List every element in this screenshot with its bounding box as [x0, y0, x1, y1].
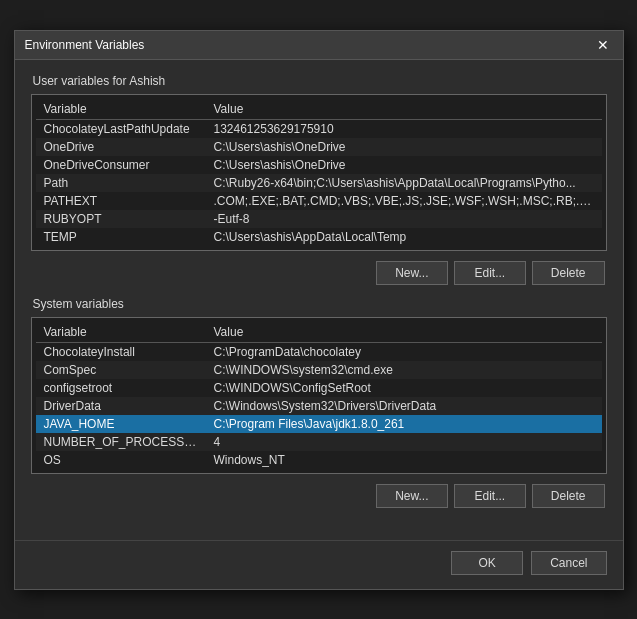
cancel-button[interactable]: Cancel	[531, 551, 606, 575]
val-cell: C:\Users\ashis\OneDrive	[206, 156, 602, 174]
val-cell: C:\Users\ashis\OneDrive	[206, 138, 602, 156]
table-row[interactable]: NUMBER_OF_PROCESSORS4	[36, 433, 602, 451]
var-cell: ComSpec	[36, 361, 206, 379]
table-row[interactable]: PATHEXT.COM;.EXE;.BAT;.CMD;.VBS;.VBE;.JS…	[36, 192, 602, 210]
system-variables-table: Variable Value ChocolateyInstallC:\Progr…	[36, 322, 602, 469]
user-edit-button[interactable]: Edit...	[454, 261, 526, 285]
system-col-value: Value	[206, 322, 602, 343]
table-row[interactable]: ChocolateyInstallC:\ProgramData\chocolat…	[36, 342, 602, 361]
dialog-footer: OK Cancel	[15, 540, 623, 589]
table-row[interactable]: configsetrootC:\WINDOWS\ConfigSetRoot	[36, 379, 602, 397]
user-col-variable: Variable	[36, 99, 206, 120]
table-row[interactable]: ChocolateyLastPathUpdate1324612536291759…	[36, 119, 602, 138]
table-row[interactable]: OSWindows_NT	[36, 451, 602, 469]
table-row[interactable]: OneDriveC:\Users\ashis\OneDrive	[36, 138, 602, 156]
var-cell: OS	[36, 451, 206, 469]
dialog-title: Environment Variables	[25, 38, 145, 52]
val-cell: C:\Program Files\Java\jdk1.8.0_261	[206, 415, 602, 433]
table-row[interactable]: ComSpecC:\WINDOWS\system32\cmd.exe	[36, 361, 602, 379]
val-cell: Windows_NT	[206, 451, 602, 469]
var-cell: ChocolateyInstall	[36, 342, 206, 361]
system-section-label: System variables	[31, 297, 607, 311]
user-variables-scroll[interactable]: Variable Value ChocolateyLastPathUpdate1…	[36, 99, 602, 246]
val-cell: .COM;.EXE;.BAT;.CMD;.VBS;.VBE;.JS;.JSE;.…	[206, 192, 602, 210]
system-button-row: New... Edit... Delete	[31, 484, 607, 508]
user-variables-table: Variable Value ChocolateyLastPathUpdate1…	[36, 99, 602, 246]
user-new-button[interactable]: New...	[376, 261, 448, 285]
system-new-button[interactable]: New...	[376, 484, 448, 508]
var-cell: ChocolateyLastPathUpdate	[36, 119, 206, 138]
close-button[interactable]: ✕	[593, 37, 613, 53]
val-cell: 132461253629175910	[206, 119, 602, 138]
var-cell: OneDrive	[36, 138, 206, 156]
system-col-variable: Variable	[36, 322, 206, 343]
var-cell: NUMBER_OF_PROCESSORS	[36, 433, 206, 451]
val-cell: -Eutf-8	[206, 210, 602, 228]
system-table-header: Variable Value	[36, 322, 602, 343]
val-cell: C:\Users\ashis\AppData\Local\Temp	[206, 228, 602, 246]
var-cell: RUBYOPT	[36, 210, 206, 228]
var-cell: PATHEXT	[36, 192, 206, 210]
table-row[interactable]: RUBYOPT-Eutf-8	[36, 210, 602, 228]
dialog-body: User variables for Ashish Variable Value…	[15, 60, 623, 536]
environment-variables-dialog: Environment Variables ✕ User variables f…	[14, 30, 624, 590]
table-row[interactable]: TEMPC:\Users\ashis\AppData\Local\Temp	[36, 228, 602, 246]
user-delete-button[interactable]: Delete	[532, 261, 605, 285]
var-cell: TEMP	[36, 228, 206, 246]
system-delete-button[interactable]: Delete	[532, 484, 605, 508]
var-cell: JAVA_HOME	[36, 415, 206, 433]
var-cell: DriverData	[36, 397, 206, 415]
val-cell: C:\ProgramData\chocolatey	[206, 342, 602, 361]
val-cell: C:\WINDOWS\ConfigSetRoot	[206, 379, 602, 397]
var-cell: configsetroot	[36, 379, 206, 397]
system-variables-scroll[interactable]: Variable Value ChocolateyInstallC:\Progr…	[36, 322, 602, 469]
var-cell: OneDriveConsumer	[36, 156, 206, 174]
title-bar: Environment Variables ✕	[15, 31, 623, 60]
user-section-label: User variables for Ashish	[31, 74, 607, 88]
var-cell: Path	[36, 174, 206, 192]
user-variables-section: Variable Value ChocolateyLastPathUpdate1…	[31, 94, 607, 251]
table-row[interactable]: JAVA_HOMEC:\Program Files\Java\jdk1.8.0_…	[36, 415, 602, 433]
system-edit-button[interactable]: Edit...	[454, 484, 526, 508]
user-col-value: Value	[206, 99, 602, 120]
val-cell: 4	[206, 433, 602, 451]
table-row[interactable]: DriverDataC:\Windows\System32\Drivers\Dr…	[36, 397, 602, 415]
table-row[interactable]: PathC:\Ruby26-x64\bin;C:\Users\ashis\App…	[36, 174, 602, 192]
user-table-header: Variable Value	[36, 99, 602, 120]
system-variables-section: Variable Value ChocolateyInstallC:\Progr…	[31, 317, 607, 474]
system-table-body: ChocolateyInstallC:\ProgramData\chocolat…	[36, 342, 602, 469]
val-cell: C:\Ruby26-x64\bin;C:\Users\ashis\AppData…	[206, 174, 602, 192]
user-table-body: ChocolateyLastPathUpdate1324612536291759…	[36, 119, 602, 246]
val-cell: C:\WINDOWS\system32\cmd.exe	[206, 361, 602, 379]
val-cell: C:\Windows\System32\Drivers\DriverData	[206, 397, 602, 415]
ok-button[interactable]: OK	[451, 551, 523, 575]
table-row[interactable]: OneDriveConsumerC:\Users\ashis\OneDrive	[36, 156, 602, 174]
user-button-row: New... Edit... Delete	[31, 261, 607, 285]
